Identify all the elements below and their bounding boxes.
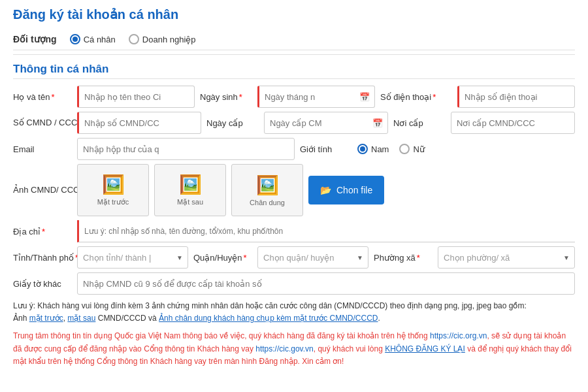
doi-tuong-label: Đối tượng bbox=[13, 34, 57, 44]
tinh-label: Tỉnh/Thành phố* bbox=[13, 253, 72, 263]
quan-huyen-label: Quận/Huyện* bbox=[193, 253, 252, 263]
email-label: Email bbox=[13, 144, 72, 154]
note-1: Lưu ý: Khách hàng vui lòng đính kèm 3 ản… bbox=[13, 300, 575, 325]
tinh-select-wrapper: Chọn tỉnh/ thành | bbox=[77, 246, 188, 269]
chan-dung-label: Chân dung bbox=[250, 199, 285, 206]
ngay-sinh-label: Ngày sinh* bbox=[200, 92, 252, 102]
chon-file-folder-icon: 📂 bbox=[320, 185, 331, 195]
row-dia-chi: Địa chỉ* bbox=[13, 220, 575, 242]
quan-huyen-select[interactable]: Chọn quận/ huyện bbox=[257, 246, 368, 269]
so-dien-thoai-input[interactable] bbox=[457, 86, 575, 108]
note-link-chan-dung[interactable]: Ảnh chân dung khách hàng chụp kèm mặt tr… bbox=[159, 314, 378, 323]
doi-tuong-radio-group: Cá nhân Doanh nghiệp bbox=[70, 34, 196, 44]
page-title: Đăng ký tài khoản cá nhân bbox=[13, 7, 575, 22]
radio-nu[interactable]: Nữ bbox=[399, 144, 424, 154]
section-title: Thông tin cá nhân bbox=[13, 63, 575, 79]
so-dien-thoai-input-cell bbox=[457, 86, 575, 108]
radio-doanh-nghiep-label: Doanh nghiệp bbox=[142, 35, 196, 44]
row-giay-to: Giấy tờ khác bbox=[13, 272, 575, 295]
mat-truoc-label: Mặt trước bbox=[97, 198, 129, 206]
doi-tuong-row: Đối tượng Cá nhân Doanh nghiệp bbox=[13, 29, 575, 50]
noi-cap-label: Nơi cấp bbox=[393, 118, 446, 128]
so-cmnd-label: Số CMND / CCCD * bbox=[13, 118, 72, 128]
radio-nu-label: Nữ bbox=[413, 144, 424, 154]
email-input[interactable] bbox=[77, 138, 295, 160]
so-cmnd-input[interactable] bbox=[77, 112, 201, 134]
so-dien-thoai-label: Số điện thoại* bbox=[380, 92, 452, 102]
info-link-cic-org[interactable]: https://cic.org.vn bbox=[430, 331, 487, 340]
mat-sau-label: Mặt sau bbox=[177, 198, 203, 206]
chan-dung-icon: 🖼️ bbox=[256, 174, 279, 196]
dia-chi-input[interactable] bbox=[77, 220, 575, 242]
row-3: Email Giới tính Nam Nữ bbox=[13, 138, 575, 160]
ngay-sinh-input-cell: 📅 bbox=[257, 86, 375, 108]
phuong-xa-select[interactable]: Chọn phường/ xã bbox=[438, 246, 575, 269]
quan-huyen-select-wrapper: Chọn quận/ huyện bbox=[257, 246, 368, 269]
mat-sau-icon: 🖼️ bbox=[179, 174, 202, 195]
chon-file-button[interactable]: 📂 Chon file bbox=[308, 176, 384, 204]
radio-nam[interactable]: Nam bbox=[357, 144, 389, 154]
phuong-xa-select-wrapper: Chọn phường/ xã bbox=[438, 246, 575, 269]
note-link-mat-truoc[interactable]: mặt trước bbox=[29, 314, 63, 323]
mat-truoc-icon: 🖼️ bbox=[102, 174, 125, 195]
phuong-xa-label: Phường xã* bbox=[374, 253, 433, 263]
row-anh-cmnd: Ảnh CMND/ CCCD * 🖼️ Mặt trước 🖼️ Mặt sau… bbox=[13, 164, 575, 216]
ngay-cap-input-cell: 📅 bbox=[264, 112, 388, 134]
info-link-cic-gov[interactable]: https://cic.gov.vn bbox=[255, 344, 313, 353]
giay-to-input[interactable] bbox=[77, 272, 575, 295]
dia-chi-label: Địa chỉ* bbox=[13, 227, 72, 237]
email-input-cell bbox=[77, 138, 295, 160]
anh-cmnd-label-cell: Ảnh CMND/ CCCD * bbox=[13, 185, 72, 195]
giay-to-label: Giấy tờ khác bbox=[13, 279, 72, 289]
mat-truoc-upload[interactable]: 🖼️ Mặt trước bbox=[77, 164, 149, 216]
ngay-cap-label: Ngày cấp bbox=[206, 118, 259, 128]
noi-cap-input[interactable] bbox=[451, 112, 575, 134]
radio-doanh-nghiep-circle[interactable] bbox=[129, 34, 139, 44]
ngay-sinh-input[interactable] bbox=[257, 86, 375, 108]
radio-ca-nhan-circle[interactable] bbox=[70, 34, 80, 44]
ho-va-ten-input-cell bbox=[77, 86, 195, 108]
noi-cap-input-cell bbox=[451, 112, 575, 134]
anh-cmnd-label: Ảnh CMND/ CCCD bbox=[13, 185, 86, 195]
radio-nu-circle[interactable] bbox=[399, 144, 410, 154]
gioi-tinh-label: Giới tính bbox=[300, 144, 352, 154]
gioi-tinh-radio-group: Nam Nữ bbox=[357, 144, 575, 154]
info-link-no-register[interactable]: KHÔNG ĐĂNG KÝ LẠI bbox=[385, 344, 465, 353]
radio-ca-nhan[interactable]: Cá nhân bbox=[70, 34, 116, 44]
radio-nam-circle[interactable] bbox=[357, 144, 368, 154]
ho-va-ten-input[interactable] bbox=[77, 86, 195, 108]
chan-dung-upload[interactable]: 🖼️ Chân dung bbox=[231, 164, 303, 216]
so-cmnd-input-cell bbox=[77, 112, 201, 134]
info-text: Trung tâm thông tin tín dụng Quốc gia Vi… bbox=[13, 330, 575, 368]
row-1: Họ và tên* Ngày sinh* 📅 Số điện thoại* bbox=[13, 86, 575, 108]
note-link-mat-sau[interactable]: mặt sau bbox=[67, 314, 95, 323]
chon-file-label: Chon file bbox=[336, 185, 372, 195]
row-province: Tỉnh/Thành phố* Chọn tỉnh/ thành | Quận/… bbox=[13, 246, 575, 269]
radio-ca-nhan-label: Cá nhân bbox=[84, 35, 116, 44]
ngay-cap-input[interactable] bbox=[264, 112, 388, 134]
row-2: Số CMND / CCCD * Ngày cấp 📅 Nơi cấp bbox=[13, 112, 575, 134]
radio-doanh-nghiep[interactable]: Doanh nghiệp bbox=[129, 34, 196, 44]
radio-nam-label: Nam bbox=[371, 144, 389, 154]
ho-va-ten-label: Họ và tên* bbox=[13, 92, 72, 102]
tinh-select[interactable]: Chọn tỉnh/ thành | bbox=[77, 246, 188, 269]
mat-sau-upload[interactable]: 🖼️ Mặt sau bbox=[154, 164, 226, 216]
